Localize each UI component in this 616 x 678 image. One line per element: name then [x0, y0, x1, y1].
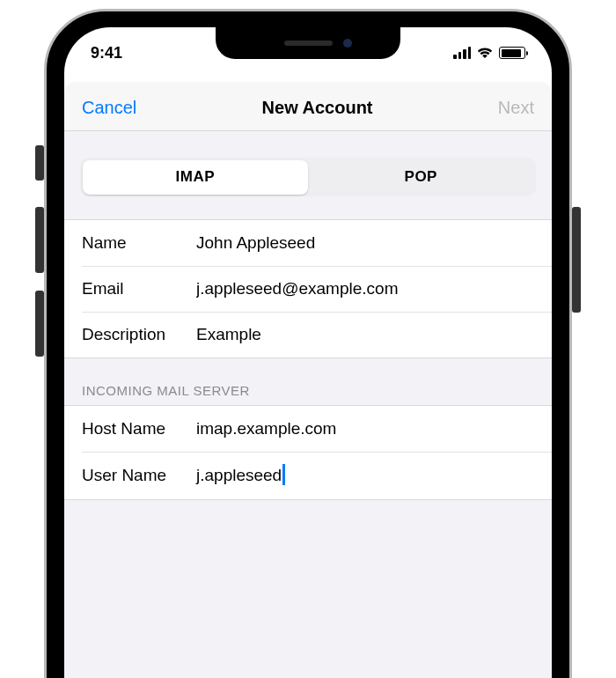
- description-label: Description: [82, 325, 196, 344]
- cellular-signal-icon: [453, 47, 471, 59]
- user-name-label: User Name: [82, 466, 196, 485]
- row-name: Name: [64, 220, 552, 266]
- cancel-button[interactable]: Cancel: [82, 98, 136, 118]
- page-title: New Account: [262, 98, 373, 118]
- account-info-group: Name Email Description: [64, 219, 552, 358]
- description-field[interactable]: [196, 325, 534, 344]
- side-button: [572, 207, 581, 313]
- incoming-server-group: Host Name User Name j.appleseed: [64, 405, 552, 500]
- protocol-segmented-control[interactable]: IMAP POP: [80, 158, 536, 196]
- volume-up-button: [35, 207, 44, 273]
- wifi-icon: [476, 47, 494, 59]
- tab-imap[interactable]: IMAP: [83, 160, 309, 195]
- row-host-name: Host Name: [64, 406, 552, 452]
- row-user-name: User Name j.appleseed: [64, 452, 552, 499]
- name-label: Name: [82, 233, 196, 253]
- email-label: Email: [82, 279, 196, 298]
- user-name-field[interactable]: j.appleseed: [196, 465, 534, 486]
- host-name-field[interactable]: [196, 419, 534, 438]
- name-field[interactable]: [196, 233, 534, 253]
- silent-switch: [35, 145, 44, 181]
- volume-down-button: [35, 291, 44, 357]
- next-button[interactable]: Next: [498, 98, 534, 118]
- email-field[interactable]: [196, 279, 534, 298]
- battery-icon: [499, 47, 525, 59]
- row-description: Description: [64, 312, 552, 357]
- tab-pop[interactable]: POP: [308, 160, 534, 195]
- modal-sheet: Cancel New Account Next IMAP POP Name: [64, 82, 552, 678]
- incoming-mail-server-header: INCOMING MAIL SERVER: [64, 358, 552, 405]
- host-name-label: Host Name: [82, 419, 196, 438]
- user-name-value: j.appleseed: [196, 466, 282, 485]
- row-email: Email: [64, 266, 552, 312]
- status-time: 9:41: [91, 44, 122, 63]
- nav-bar: Cancel New Account Next: [64, 82, 552, 131]
- notch: [216, 27, 400, 59]
- text-cursor-icon: [282, 464, 285, 485]
